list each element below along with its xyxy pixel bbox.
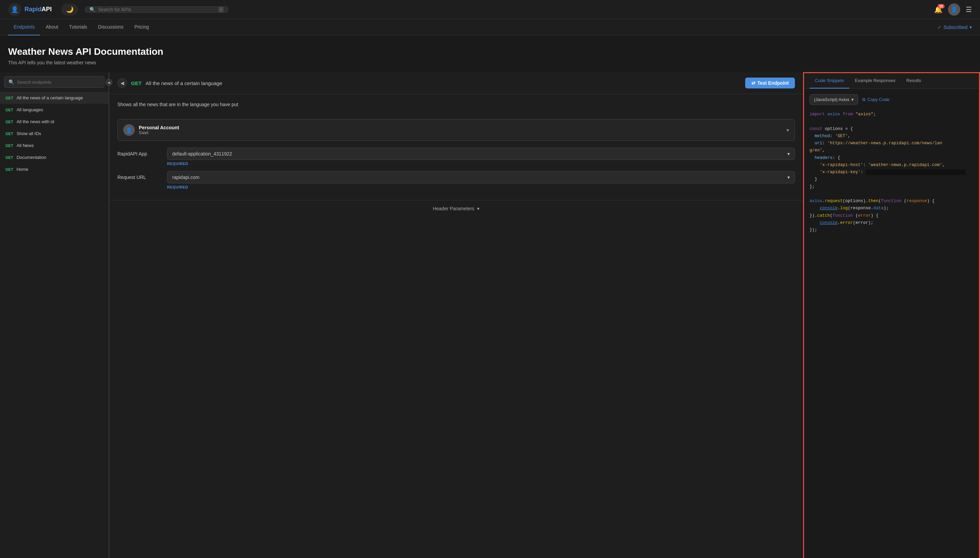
tab-endpoints[interactable]: Endpoints: [8, 19, 40, 35]
code-line: [809, 190, 973, 198]
request-url-required: REQUIRED: [167, 185, 795, 189]
code-line: import axios from "axios";: [809, 111, 973, 118]
subscribed-button[interactable]: ✓ Subscribed ▾: [937, 25, 972, 30]
rapidapi-app-control: default-application_4311922 ▾ REQUIRED: [167, 148, 795, 166]
copy-code-label: Copy Code: [867, 97, 890, 102]
endpoint-label: Show all IDs: [17, 131, 41, 136]
rapidapi-app-row: RapidAPI App default-application_4311922…: [117, 148, 795, 166]
collapse-handle[interactable]: ◀: [105, 79, 112, 86]
method-badge: GET: [5, 156, 13, 159]
search-input[interactable]: [98, 7, 216, 12]
page-subtitle: This API tells you the latest weather ne…: [8, 60, 972, 65]
tab-results[interactable]: Results: [901, 73, 927, 89]
request-url-control: rapidapi.com ▾ REQUIRED: [167, 171, 795, 189]
test-endpoint-button[interactable]: ⇄ Test Endpoint: [745, 77, 795, 89]
search-icon: 🔍: [90, 7, 95, 12]
method-badge: GET: [5, 167, 13, 171]
method-badge: GET: [5, 120, 13, 124]
swap-icon: ⇄: [751, 80, 755, 86]
search-endpoints-input[interactable]: [17, 80, 100, 85]
sidebar-item-show-ids[interactable]: GET Show all IDs: [0, 128, 108, 140]
sidebar-item-news-language[interactable]: GET All the news of a certain language: [0, 92, 108, 104]
header-params-label: Header Parameters: [433, 206, 474, 211]
code-line: axios.request(options).then(function (re…: [809, 198, 973, 205]
header-params-toggle[interactable]: Header Parameters ▾: [117, 206, 795, 211]
center-panel: ◀ GET All the news of a certain language…: [109, 72, 803, 558]
account-info: Personal Account Saad: [139, 125, 782, 135]
code-line: g/en',: [809, 147, 973, 154]
search-bar: 🔍 /: [85, 7, 228, 13]
tab-tutorials[interactable]: Tutorials: [64, 19, 92, 35]
code-line: }).catch(function (error) {: [809, 212, 973, 220]
endpoint-label: Documentation: [17, 155, 46, 160]
nav-right: 🔔 10 👤 ☰: [934, 3, 972, 16]
language-selector[interactable]: (JavaScript) Axios ▾: [809, 94, 858, 105]
sidebar-item-all-news[interactable]: GET All News: [0, 140, 108, 151]
theme-toggle-button[interactable]: 🌙: [61, 4, 78, 15]
code-line: 'x-rapidapi-key': ██████████████████████…: [809, 169, 973, 176]
code-line: };: [809, 184, 973, 190]
chevron-down-icon: ▾: [477, 206, 479, 211]
code-line: const options = {: [809, 126, 973, 133]
page-title: Weather News API Documentation: [8, 46, 972, 57]
endpoint-name: All the news of a certain language: [146, 80, 741, 86]
tab-example-responses[interactable]: Example Responses: [849, 73, 901, 89]
endpoint-method-badge: GET: [131, 80, 141, 86]
chevron-down-icon: ▾: [787, 151, 790, 156]
chevron-down-icon: ▾: [787, 174, 790, 180]
form-section: 👤 Personal Account Saad ▾ RapidAPI App d…: [109, 114, 803, 200]
account-selector[interactable]: 👤 Personal Account Saad ▾: [117, 119, 795, 141]
notification-badge: 10: [937, 4, 945, 8]
code-line: 'x-rapidapi-host': 'weather-news.p.rapid…: [809, 162, 973, 169]
tab-about[interactable]: About: [40, 19, 64, 35]
code-line: console.error(error);: [809, 220, 973, 226]
check-icon: ✓: [937, 25, 942, 30]
sub-nav: Endpoints About Tutorials Discussions Pr…: [0, 19, 980, 35]
chevron-down-icon: ▾: [969, 25, 972, 30]
sidebar-item-documentation[interactable]: GET Documentation: [0, 151, 108, 163]
account-name: Personal Account: [139, 125, 782, 130]
right-panel: Code Snippets Example Responses Results …: [803, 72, 980, 558]
request-url-selector[interactable]: rapidapi.com ▾: [167, 171, 795, 184]
request-url-label: Request URL: [117, 171, 162, 180]
copy-code-button[interactable]: ⧉ Copy Code: [862, 97, 890, 102]
sidebar-item-all-languages[interactable]: GET All languages: [0, 104, 108, 116]
code-line: }: [809, 176, 973, 183]
endpoint-label: Home: [17, 167, 29, 172]
chevron-down-icon: ▾: [851, 97, 854, 102]
hamburger-menu-button[interactable]: ☰: [966, 5, 972, 14]
sidebar-item-home[interactable]: GET Home: [0, 163, 108, 175]
tab-pricing[interactable]: Pricing: [129, 19, 154, 35]
method-badge: GET: [5, 144, 13, 148]
page-header: Weather News API Documentation This API …: [0, 35, 980, 72]
method-badge: GET: [5, 108, 13, 112]
code-line: method: 'GET',: [809, 133, 973, 140]
tab-code-snippets[interactable]: Code Snippets: [809, 73, 849, 89]
rapidapi-app-selector[interactable]: default-application_4311922 ▾: [167, 148, 795, 160]
navbar: 👤 RapidAPI 🌙 🔍 / 🔔 10 👤 ☰: [0, 0, 980, 19]
rapidapi-app-value: default-application_4311922: [172, 151, 232, 156]
request-url-value: rapidapi.com: [172, 174, 199, 180]
sidebar-item-news-id[interactable]: GET All the news with id: [0, 116, 108, 128]
endpoint-label: All the news of a certain language: [17, 95, 83, 100]
code-line: headers: {: [809, 154, 973, 162]
search-endpoints-bar: 🔍: [4, 76, 105, 88]
request-url-row: Request URL rapidapi.com ▾ REQUIRED: [117, 171, 795, 189]
back-button[interactable]: ◀: [117, 78, 127, 88]
code-line: console.log(response.data);: [809, 205, 973, 212]
right-panel-tabs: Code Snippets Example Responses Results: [804, 73, 979, 89]
account-user: Saad: [139, 130, 782, 135]
main-layout: 🔍 GET All the news of a certain language…: [0, 72, 980, 558]
notification-button[interactable]: 🔔 10: [934, 5, 942, 14]
method-badge: GET: [5, 132, 13, 136]
account-avatar: 👤: [123, 124, 135, 136]
header-params-section: Header Parameters ▾: [109, 200, 803, 217]
code-toolbar: (JavaScript) Axios ▾ ⧉ Copy Code: [804, 89, 979, 108]
tab-discussions[interactable]: Discussions: [92, 19, 129, 35]
logo-icon: 👤: [8, 3, 21, 16]
endpoint-label: All the news with id: [17, 119, 54, 124]
method-badge: GET: [5, 96, 13, 100]
content-area: ◀ GET All the news of a certain language…: [109, 72, 980, 558]
search-icon: 🔍: [8, 79, 14, 85]
user-avatar-button[interactable]: 👤: [948, 3, 960, 16]
